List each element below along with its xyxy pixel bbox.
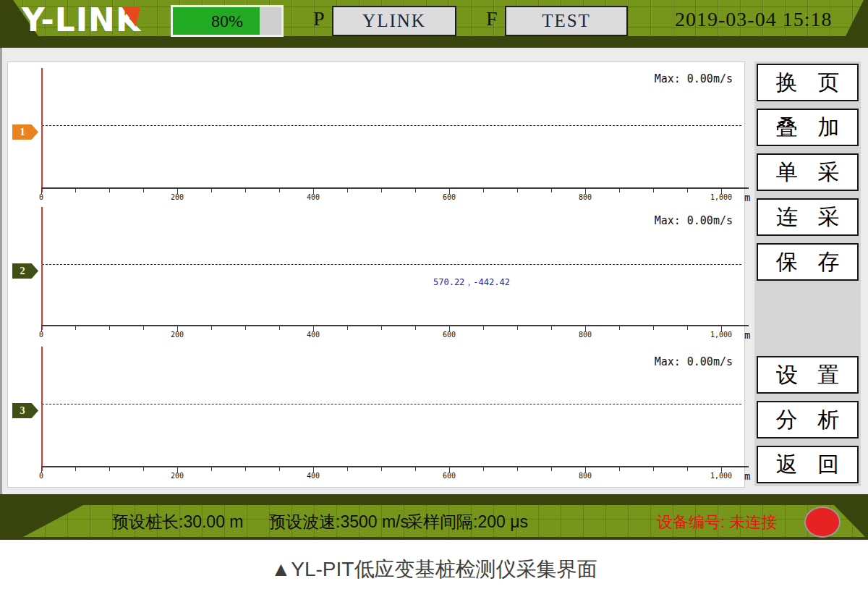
x-axis-tick [211, 189, 212, 192]
x-axis-tick [483, 467, 484, 471]
x-axis-tick [75, 189, 76, 192]
channel-3-tag[interactable]: 3 [12, 403, 38, 418]
channel-3-max-velocity-label: Max: 0.00m/s [655, 355, 733, 368]
x-axis-unit-label: m [744, 470, 750, 482]
button-back[interactable]: 返 回 [757, 446, 859, 483]
x-axis-tick [75, 326, 76, 330]
x-axis-tick [653, 189, 654, 192]
x-axis-tick [381, 189, 382, 192]
waveform-plot-panel: Max: 0.00m/s102004006008001,000Max: 0.00… [7, 62, 745, 488]
datetime-label: 2019-03-04 15:18 [675, 8, 832, 31]
x-axis-tick-label: 800 [563, 193, 607, 201]
battery-indicator: 80% [171, 5, 284, 37]
x-axis-tick [279, 326, 280, 330]
channel-2-tag[interactable]: 2 [12, 263, 38, 279]
left-edge-divider [0, 48, 2, 494]
channel-1-max-velocity-label: Max: 0.00m/s [655, 72, 733, 85]
main-area: Max: 0.00m/s102004006008001,000Max: 0.00… [0, 48, 868, 494]
button-analysis[interactable]: 分 析 [757, 401, 859, 438]
x-axis-tick [143, 467, 144, 471]
x-axis-tick-label: 200 [156, 331, 199, 339]
sample-interval-label: 采样间隔:200 μs [407, 511, 528, 533]
x-axis-tick [381, 326, 382, 330]
channel-3-cursor-line [41, 347, 43, 471]
x-axis-tick-label: 800 [563, 472, 607, 480]
channel-1-cursor-line [41, 68, 43, 192]
x-axis-tick-label: 600 [427, 193, 471, 201]
x-axis-tick [211, 326, 212, 330]
channel-2-max-velocity-label: Max: 0.00m/s [655, 214, 733, 227]
x-axis-tick-label: 600 [427, 472, 471, 480]
x-axis-tick [109, 189, 110, 192]
ylink-logo: Y-LINK [22, 1, 174, 39]
x-axis-tick [75, 467, 76, 471]
x-axis-tick [347, 326, 348, 330]
x-axis-tick [211, 467, 212, 471]
channel-1-zero-baseline [42, 125, 741, 126]
x-axis-tick [245, 189, 246, 192]
x-axis-tick-label: 0 [20, 331, 63, 339]
project-name-box[interactable]: YLINK [332, 6, 456, 36]
button-overlay[interactable]: 叠 加 [757, 109, 859, 146]
battery-percent-label: 80% [173, 7, 281, 35]
device-id-status-label: 设备编号: 未连接 [657, 512, 777, 533]
x-axis-tick-label: 0 [20, 193, 63, 201]
x-axis-tick-label: 200 [156, 193, 199, 201]
button-save[interactable]: 保 存 [757, 243, 859, 281]
file-field-label: F [486, 7, 498, 30]
x-axis-tick [619, 467, 620, 471]
x-axis-tick-label: 400 [292, 331, 335, 339]
x-axis-tick-label: 1,000 [699, 331, 743, 339]
button-single-sample[interactable]: 单 采 [757, 153, 859, 191]
x-axis-tick [415, 189, 416, 192]
channel-2-cursor-line [41, 207, 43, 330]
x-axis-tick [551, 467, 552, 471]
project-field-label: P [313, 7, 325, 30]
x-axis-tick [415, 467, 416, 471]
x-axis-tick [687, 467, 688, 471]
x-axis-unit-label: m [744, 329, 750, 341]
x-axis-tick [619, 326, 620, 330]
x-axis-tick-label: 400 [292, 472, 335, 480]
x-axis-tick [143, 189, 144, 192]
status-bar: 预设桩长:30.00 m 预设波速:3500 m/s 采样间隔:200 μs 设… [0, 494, 868, 540]
x-axis-tick-label: 1,000 [699, 472, 743, 480]
x-axis-tick-label: 0 [20, 472, 63, 480]
cursor-coordinates-readout: 570.22，-442.42 [433, 276, 510, 289]
preset-wave-speed-label: 预设波速:3500 m/s [269, 511, 409, 533]
x-axis-tick [619, 189, 620, 192]
x-axis-tick [347, 189, 348, 192]
x-axis-tick [551, 189, 552, 192]
x-axis-tick-label: 1,000 [699, 193, 743, 201]
x-axis-tick [517, 467, 518, 471]
x-axis-tick [483, 189, 484, 192]
x-axis-tick [279, 467, 280, 471]
x-axis-tick-label: 600 [427, 331, 471, 339]
connection-status-lamp-icon [804, 507, 841, 538]
channel-3-zero-baseline [42, 404, 741, 404]
button-page-switch[interactable]: 换 页 [757, 64, 859, 101]
x-axis-tick [245, 467, 246, 471]
x-axis-tick [347, 467, 348, 471]
preset-pile-length-label: 预设桩长:30.00 m [112, 511, 244, 533]
channel-1-tag[interactable]: 1 [12, 124, 38, 140]
button-settings[interactable]: 设 置 [757, 356, 859, 394]
x-axis-tick [381, 467, 382, 471]
x-axis-tick [653, 326, 654, 330]
channel-2-zero-baseline [42, 264, 741, 265]
x-axis-tick [687, 326, 688, 330]
x-axis-tick [517, 326, 518, 330]
x-axis-tick [109, 326, 110, 330]
x-axis-tick [143, 326, 144, 330]
button-continuous-sample[interactable]: 连 采 [757, 198, 859, 236]
x-axis-unit-label: m [744, 192, 750, 203]
x-axis-tick [245, 326, 246, 330]
x-axis-tick [687, 189, 688, 192]
instrument-screen: Y-LINK 80% P YLINK F TEST 2019-03-04 15:… [0, 0, 868, 589]
x-axis-tick [415, 326, 416, 330]
x-axis-tick [483, 326, 484, 330]
channel-2-x-axis [41, 325, 749, 326]
x-axis-tick-label: 400 [292, 193, 335, 201]
file-name-box[interactable]: TEST [505, 6, 628, 36]
top-bar: Y-LINK 80% P YLINK F TEST 2019-03-04 15:… [0, 0, 868, 48]
